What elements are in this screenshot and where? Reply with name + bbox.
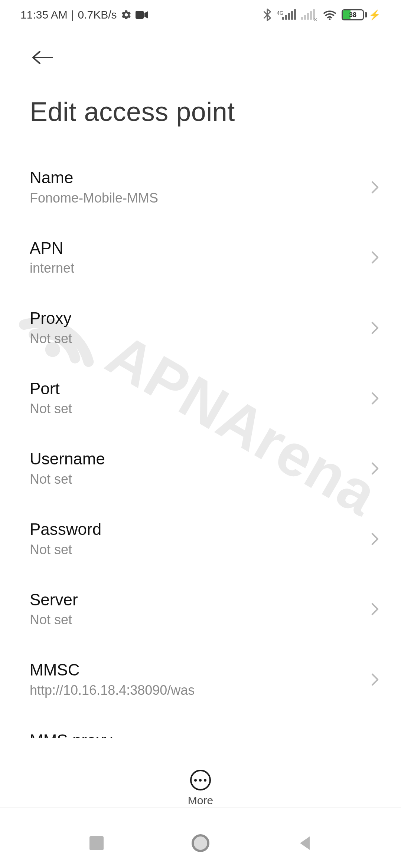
- row-username[interactable]: Username Not set: [30, 433, 382, 504]
- row-password-label: Password: [30, 520, 360, 539]
- row-name[interactable]: Name Fonome-Mobile-MMS: [30, 152, 382, 223]
- row-username-label: Username: [30, 450, 360, 468]
- row-port-label: Port: [30, 379, 360, 398]
- row-apn-value: internet: [30, 260, 360, 276]
- nav-back-button[interactable]: [291, 830, 317, 856]
- chevron-right-icon: [368, 320, 382, 335]
- row-proxy-label: Proxy: [30, 309, 360, 328]
- chevron-right-icon: [368, 180, 382, 195]
- more-icon: [190, 770, 211, 790]
- chevron-right-icon: [368, 602, 382, 617]
- row-password[interactable]: Password Not set: [30, 504, 382, 574]
- navigation-bar: [0, 818, 401, 868]
- row-apn-label: APN: [30, 239, 360, 258]
- row-password-value: Not set: [30, 541, 360, 558]
- chevron-right-icon: [368, 391, 382, 406]
- chevron-right-icon: [368, 532, 382, 546]
- row-proxy[interactable]: Proxy Not set: [30, 293, 382, 363]
- row-server-label: Server: [30, 591, 360, 609]
- row-mmsproxy-label: MMS proxy: [30, 731, 360, 738]
- chevron-right-icon: [368, 672, 382, 687]
- more-label: More: [188, 794, 213, 807]
- row-name-value: Fonome-Mobile-MMS: [30, 190, 360, 206]
- row-mms-proxy[interactable]: MMS proxy 10.16.18.77: [30, 715, 382, 738]
- more-button[interactable]: More: [188, 770, 213, 807]
- chevron-right-icon: [368, 250, 382, 265]
- row-name-label: Name: [30, 168, 360, 187]
- nav-home-button[interactable]: [188, 830, 213, 856]
- nav-recent-button[interactable]: [84, 830, 110, 856]
- bottom-divider: [0, 808, 401, 808]
- row-apn[interactable]: APN internet: [30, 223, 382, 293]
- row-port[interactable]: Port Not set: [30, 363, 382, 434]
- row-server[interactable]: Server Not set: [30, 574, 382, 645]
- row-proxy-value: Not set: [30, 330, 360, 347]
- row-port-value: Not set: [30, 400, 360, 417]
- row-server-value: Not set: [30, 611, 360, 628]
- row-mmsc-value: http://10.16.18.4:38090/was: [30, 682, 360, 698]
- row-username-value: Not set: [30, 471, 360, 487]
- settings-list: Name Fonome-Mobile-MMS APN internet Prox…: [0, 152, 401, 738]
- row-mmsc-label: MMSC: [30, 661, 360, 680]
- row-mmsc[interactable]: MMSC http://10.16.18.4:38090/was: [30, 644, 382, 715]
- chevron-right-icon: [368, 461, 382, 476]
